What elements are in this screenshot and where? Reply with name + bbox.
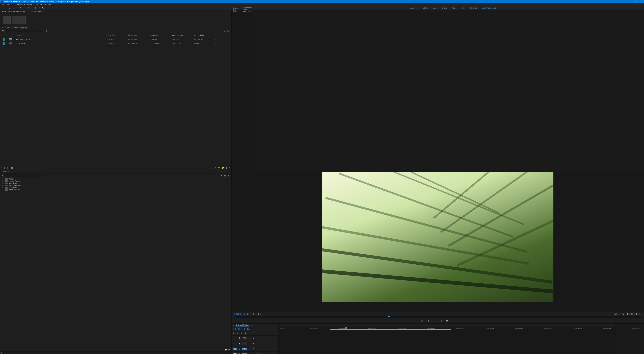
- menu-window[interactable]: Window: [39, 4, 47, 6]
- column-header[interactable]: Video In Point: [194, 34, 216, 36]
- project-row[interactable]: 4K Export Settings 23.976 fps00;00;00;00…: [2, 38, 230, 42]
- tool-6[interactable]: ✒: [23, 7, 26, 9]
- video-track-header[interactable]: 🔒 V3 ▭ 👁: [232, 335, 278, 341]
- view-mode-icon[interactable]: ⊞: [7, 167, 8, 169]
- menu-edit[interactable]: Edit: [6, 4, 10, 6]
- view-mode-icon[interactable]: ≡: [2, 167, 2, 169]
- eye-icon[interactable]: 👁: [252, 337, 255, 340]
- transport-button-5[interactable]: ⛶: [452, 319, 455, 322]
- workspace-titles[interactable]: Titles: [461, 7, 466, 9]
- timeline-tool-2[interactable]: ⬖: [241, 332, 243, 335]
- dropdown-arrow-icon[interactable]: ▾: [618, 313, 619, 315]
- timeline-tool-5[interactable]: ✎: [253, 332, 256, 335]
- program-timeline-scrubber[interactable]: [234, 316, 642, 318]
- effects-folder[interactable]: ▸Presets: [0, 178, 231, 180]
- lock-icon[interactable]: 🔒: [238, 337, 241, 340]
- project-search-input[interactable]: [6, 30, 43, 32]
- program-playhead[interactable]: [388, 316, 390, 317]
- eye-icon[interactable]: 👁: [252, 342, 255, 345]
- source-patch[interactable]: V1: [232, 348, 237, 350]
- tab-program[interactable]: Program: 4K Export Settings✕: [242, 7, 254, 13]
- video-track-header[interactable]: V1🔒 V1 ▭ 👁: [232, 346, 278, 351]
- tab-source[interactable]: Source: (no clips): [232, 7, 240, 13]
- view-mode-icon[interactable]: ▦: [4, 167, 5, 169]
- delete-icon[interactable]: 🗑: [228, 349, 230, 351]
- tool-9[interactable]: T: [34, 7, 37, 9]
- eye-icon[interactable]: 👁: [252, 347, 255, 350]
- sort-slider[interactable]: [28, 168, 38, 168]
- tab-project[interactable]: Project: 4K Export Settings Test✕: [1, 10, 28, 13]
- footer-action-icon[interactable]: 📁: [222, 167, 224, 169]
- dropdown-arrow-icon[interactable]: ▾: [260, 313, 261, 315]
- workspace-overflow[interactable]: »: [501, 7, 502, 9]
- panel-menu-icon[interactable]: ▾: [233, 324, 234, 326]
- column-header[interactable]: Media Duration: [172, 34, 194, 36]
- sequence-tab[interactable]: 4K Export Settings: [236, 324, 250, 326]
- effect-type-badge-icon[interactable]: ▦: [220, 175, 222, 176]
- transport-button-3[interactable]: ▷▯: [440, 319, 442, 322]
- tool-11[interactable]: 🔍: [42, 7, 44, 9]
- tool-4[interactable]: ✂: [16, 7, 18, 9]
- program-timecode-left[interactable]: 00;00;11;14: [234, 312, 250, 315]
- column-header[interactable]: Frame Rate: [106, 34, 128, 36]
- effects-folder[interactable]: ▸Video Transitions: [0, 189, 231, 191]
- timeline-timecode[interactable]: 00;00;11;14: [233, 328, 250, 331]
- menu-clip[interactable]: Clip: [11, 4, 16, 6]
- column-header[interactable]: Media End: [150, 34, 172, 36]
- close-tab-icon[interactable]: ✕: [8, 171, 9, 173]
- timeline-tool-1[interactable]: ⬘: [237, 332, 239, 335]
- tab-effects[interactable]: Effects✕: [1, 170, 10, 173]
- footer-action-icon[interactable]: 🔍: [218, 167, 220, 169]
- effects-search-input[interactable]: [5, 174, 46, 177]
- timeline-tracks[interactable]: ▪ C0010.MP4 [V]: [278, 330, 615, 354]
- clip-thumbnail[interactable]: [12, 16, 26, 24]
- audio-track-header[interactable]: A1🔒 A1 ▭ M S ◉: [232, 351, 278, 354]
- bin-thumbnail[interactable]: [3, 16, 10, 24]
- lock-icon[interactable]: 🔒: [238, 347, 241, 350]
- effects-folder[interactable]: ▸Audio Effects: [0, 182, 231, 184]
- tool-7[interactable]: ↧: [27, 7, 30, 9]
- footer-action-icon[interactable]: ≡: [229, 167, 230, 169]
- effects-folder[interactable]: ▸Audio Transitions: [0, 184, 231, 187]
- mute-button[interactable]: M: [252, 353, 255, 354]
- work-area-bar[interactable]: [330, 329, 451, 330]
- filter-bin-icon[interactable]: ▥: [46, 30, 47, 32]
- lock-icon[interactable]: 🔒: [238, 342, 241, 345]
- quality-dropdown[interactable]: Full: [614, 313, 617, 315]
- footer-action-icon[interactable]: 🗑: [226, 167, 227, 169]
- close-button[interactable]: ✕: [638, 1, 643, 3]
- new-bin-icon[interactable]: 📁: [225, 349, 227, 351]
- column-header[interactable]: Media Start: [128, 34, 150, 36]
- workspace-libraries[interactable]: Libraries: [470, 7, 477, 9]
- workspace-audio[interactable]: Audio: [452, 7, 456, 9]
- tool-2[interactable]: ⇄: [8, 7, 11, 9]
- workspace-color-grading-mbl[interactable]: Color Grading MBL: [482, 7, 496, 9]
- transport-button-1[interactable]: ◁: [427, 319, 430, 322]
- sync-lock-icon[interactable]: ▭: [248, 337, 251, 340]
- tool-3[interactable]: ⤡: [12, 7, 15, 9]
- workspace-editing[interactable]: Editing: [423, 7, 428, 9]
- footer-action-icon[interactable]: 🗀: [215, 167, 216, 169]
- tool-5[interactable]: ✎: [20, 7, 22, 9]
- workspace-assembly[interactable]: Assembly: [410, 7, 418, 9]
- record-button[interactable]: ◉: [260, 353, 262, 354]
- transport-button-0[interactable]: ▯◁: [420, 319, 423, 322]
- effect-type-badge-icon[interactable]: ▦: [224, 175, 226, 176]
- video-track-header[interactable]: 🔒 V2 ▭ 👁: [232, 341, 278, 346]
- solo-button[interactable]: S: [256, 353, 259, 354]
- track-label[interactable]: V1: [242, 348, 247, 350]
- sync-lock-icon[interactable]: ▭: [248, 347, 251, 350]
- timeline-ruler[interactable]: ;00;0000;00;04;2300;00;09;2300;00;14;230…: [278, 327, 615, 330]
- sync-lock-icon[interactable]: ▭: [248, 342, 251, 345]
- project-row[interactable]: C0010.MP4 23.976 fps08;24;47;1608;25;08;…: [2, 42, 230, 46]
- close-tab-icon[interactable]: ✕: [251, 324, 252, 326]
- thumbnail-size-slider[interactable]: [10, 168, 25, 168]
- lock-icon[interactable]: 🔒: [238, 353, 241, 354]
- minimize-button[interactable]: —: [628, 1, 633, 3]
- effects-folder[interactable]: ▸Video Effects: [0, 187, 231, 189]
- timeline-tool-3[interactable]: ⬗: [245, 332, 247, 335]
- source-patch[interactable]: A1: [232, 353, 237, 354]
- track-label[interactable]: V2: [242, 342, 247, 344]
- menu-sequence[interactable]: Sequence: [16, 4, 26, 6]
- effects-folder[interactable]: ▸Lumetri Presets: [0, 180, 231, 182]
